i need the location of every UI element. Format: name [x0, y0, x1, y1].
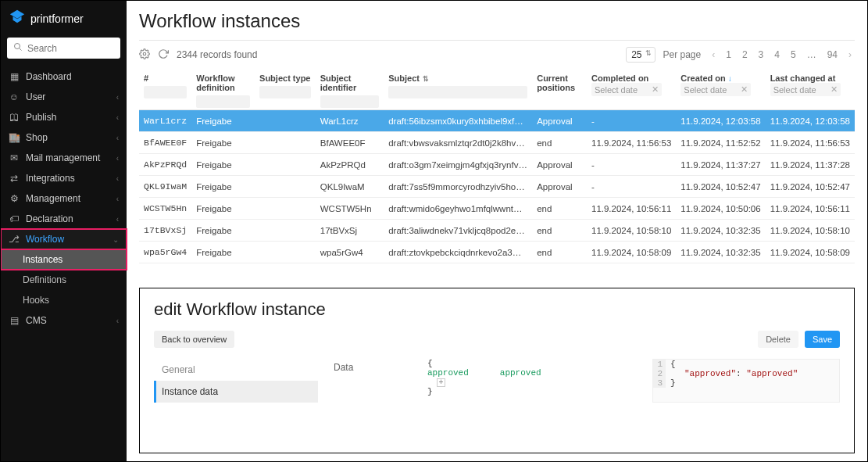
table-cell: wpa5rGw4: [316, 242, 384, 263]
col-header-subject-type[interactable]: Subject type: [255, 69, 316, 110]
brand-mark-icon: [9, 9, 26, 28]
clear-icon[interactable]: ✕: [741, 84, 748, 95]
table-row[interactable]: 17tBVxSjFreigabe17tBVxSjdraft:3aliwdnekv…: [139, 220, 855, 242]
sidebar-item-cms[interactable]: ▤CMS‹: [1, 310, 127, 331]
table-row[interactable]: AkPzPRQdFreigabeAkPzPRQddraft:o3gm7xeimg…: [139, 154, 855, 176]
table-cell: 11.9.2024, 11:56:53: [766, 132, 855, 154]
sidebar-item-user[interactable]: ☺User‹: [1, 87, 127, 107]
table-cell: Approval: [532, 176, 587, 198]
sidebar-subitem-definitions[interactable]: Definitions: [1, 270, 127, 290]
delete-button[interactable]: Delete: [758, 331, 798, 348]
table-cell: end: [532, 220, 587, 242]
date-filter[interactable]: Select date✕: [591, 83, 662, 96]
date-filter[interactable]: Select date✕: [680, 83, 751, 96]
svg-point-0: [15, 44, 20, 49]
user-icon: ☺: [9, 91, 20, 102]
table-cell: 11.9.2024, 10:56:11: [587, 198, 676, 220]
svg-line-1: [20, 48, 22, 51]
sidebar-item-publish[interactable]: 🕮Publish‹: [1, 107, 127, 127]
col-header-subject[interactable]: Subject⇅: [384, 69, 532, 110]
table-cell: AkPzPRQd: [316, 154, 384, 176]
publish-icon: 🕮: [9, 112, 20, 123]
refresh-icon[interactable]: [158, 48, 169, 62]
col-header-positions[interactable]: Current positions: [532, 69, 587, 110]
table-cell: draft:3aliwdnekv71vkljcq8pod2e9mptytrq: [384, 220, 532, 242]
clear-icon[interactable]: ✕: [652, 84, 659, 95]
table-cell: 11.9.2024, 10:58:09: [766, 242, 855, 263]
table-cell: 11.9.2024, 11:56:53: [587, 132, 676, 154]
table-row[interactable]: WarL1crzFreigabeWarL1crzdraft:56ibzsmx0k…: [139, 110, 855, 132]
per-page-select[interactable]: 25: [626, 47, 655, 63]
sidebar-subitem-hooks[interactable]: Hooks: [1, 290, 127, 310]
table-cell: [255, 198, 316, 220]
sidebar-item-mail[interactable]: ✉Mail management‹: [1, 148, 127, 168]
sort-icon[interactable]: ⇅: [423, 75, 429, 83]
table-row[interactable]: wpa5rGw4Freigabewpa5rGw4draft:ztovkpebck…: [139, 242, 855, 263]
filter-input[interactable]: [388, 86, 527, 98]
mail-icon: ✉: [9, 152, 20, 163]
brand-name: printformer: [30, 13, 84, 25]
page-link[interactable]: 5: [791, 49, 796, 60]
sidebar-search[interactable]: [7, 38, 120, 59]
col-header-created[interactable]: Created on ↓Select date✕: [676, 69, 765, 110]
table-cell: draft:56ibzsmx0kury8xhbibel9xfsbizl5q8: [384, 110, 532, 132]
sidebar-item-shop[interactable]: 🏬Shop‹: [1, 127, 127, 148]
table-cell: end: [532, 242, 587, 263]
search-icon: [13, 42, 23, 54]
table-cell: Freigabe: [191, 176, 255, 198]
col-header-completed[interactable]: Completed onSelect date✕: [587, 69, 676, 110]
table-row[interactable]: BfAWEE0FFreigabeBfAWEE0Fdraft:vbwsvaksml…: [139, 132, 855, 154]
table-cell: wpa5rGw4: [139, 242, 191, 263]
col-header-workflow-def[interactable]: Workflow definition: [191, 69, 255, 110]
integrations-icon: ⇄: [9, 173, 20, 184]
col-header-subject-identifier[interactable]: Subject identifier: [316, 69, 384, 110]
page-link[interactable]: 2: [742, 49, 748, 60]
page-link[interactable]: 94: [827, 49, 838, 60]
sidebar-item-declaration[interactable]: 🏷Declaration‹: [1, 209, 127, 229]
table-cell: draft:ztovkpebckciqdnrkevo2a3mskc59d31: [384, 242, 532, 263]
date-filter[interactable]: Select date✕: [770, 83, 841, 96]
table-row[interactable]: QKL9IwaMFreigabeQKL9IwaMdraft:7ss5f9mmor…: [139, 176, 855, 198]
sidebar-item-integrations[interactable]: ⇄Integrations‹: [1, 168, 127, 188]
filter-input[interactable]: [320, 95, 379, 108]
add-property-icon[interactable]: +: [437, 378, 445, 387]
page-link[interactable]: 1: [726, 49, 731, 60]
back-button[interactable]: Back to overview: [154, 331, 234, 348]
table-cell: AkPzPRQd: [139, 154, 191, 176]
settings-icon[interactable]: [139, 48, 150, 62]
sidebar-subitem-instances[interactable]: Instances: [1, 249, 127, 270]
page-prev[interactable]: ‹: [709, 49, 718, 60]
sidebar-item-management[interactable]: ⚙Management‹: [1, 188, 127, 209]
chevron-left-icon: ‹: [116, 317, 119, 325]
page-link[interactable]: 4: [774, 49, 780, 60]
filter-input[interactable]: [144, 86, 187, 98]
page-title: Workflow instances: [139, 10, 855, 32]
sidebar-item-dashboard[interactable]: ▦Dashboard: [1, 66, 127, 87]
table-cell: 11.9.2024, 11:52:52: [676, 132, 765, 154]
sidebar-item-workflow[interactable]: ⎇Workflow⌄: [1, 229, 127, 249]
table-row[interactable]: WCSTW5HnFreigabeWCSTW5Hndraft:wmido6geyh…: [139, 198, 855, 220]
table-cell: Freigabe: [191, 110, 255, 132]
filter-input[interactable]: [196, 95, 250, 108]
page-link[interactable]: 3: [759, 49, 764, 60]
save-button[interactable]: Save: [805, 331, 840, 348]
table-cell: [255, 154, 316, 176]
sort-desc-icon: ↓: [728, 74, 732, 83]
col-header-id[interactable]: #: [139, 69, 191, 110]
per-page-label: Per page: [663, 49, 702, 60]
cms-icon: ▤: [9, 315, 20, 326]
page-next[interactable]: ›: [845, 49, 855, 60]
tab-general[interactable]: General: [154, 359, 318, 381]
table-cell: Freigabe: [191, 132, 255, 154]
shop-icon: 🏬: [9, 132, 20, 143]
col-header-changed[interactable]: Last changed atSelect date✕: [766, 69, 855, 110]
detail-tabs: General Instance data: [154, 359, 318, 403]
filter-input[interactable]: [259, 86, 311, 98]
json-tree-editor[interactable]: { approvedapproved + }: [427, 359, 637, 403]
chevron-left-icon: ‹: [116, 174, 119, 183]
data-field-label: Data: [334, 359, 412, 403]
clear-icon[interactable]: ✕: [830, 84, 838, 95]
table-cell: 11.9.2024, 10:58:10: [587, 220, 676, 242]
instances-table: # Workflow definition Subject type Subje…: [139, 69, 855, 263]
tab-instance-data[interactable]: Instance data: [154, 381, 318, 403]
